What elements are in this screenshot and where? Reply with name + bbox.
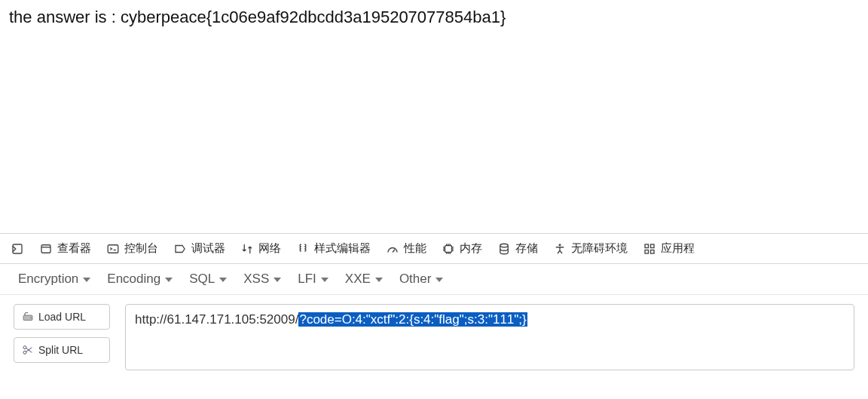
tab-console-label: 控制台 [124,241,158,256]
svg-rect-3 [445,245,452,252]
load-url-label: Load URL [38,311,86,323]
network-icon [240,242,254,256]
chevron-down-icon [436,278,443,282]
tab-accessibility-label: 无障碍环境 [571,241,628,256]
menu-xss[interactable]: XSS [243,272,281,287]
svg-rect-6 [645,244,649,248]
split-url-icon [22,344,34,356]
devtools-panel: 查看器 控制台 调试器 网络 样式编辑器 [0,233,868,384]
tab-storage[interactable]: 存储 [494,234,541,263]
menu-lfi-label: LFI [298,272,316,287]
svg-point-12 [23,346,26,349]
svg-rect-7 [651,244,655,248]
application-icon [643,242,656,256]
menu-other-label: Other [399,272,432,287]
memory-icon [442,242,455,256]
tab-network-label: 网络 [258,241,281,256]
tab-styleeditor[interactable]: 样式编辑器 [293,234,374,263]
tab-inspector-label: 查看器 [57,241,91,256]
tab-debugger-label: 调试器 [191,241,225,256]
tab-console[interactable]: 控制台 [103,234,161,263]
menu-xxe[interactable]: XXE [345,272,383,287]
svg-rect-9 [651,250,655,253]
tab-performance-label: 性能 [404,241,426,256]
accessibility-icon [553,242,567,256]
debugger-icon [173,242,187,256]
styleeditor-icon [296,242,310,256]
tab-performance[interactable]: 性能 [383,234,429,263]
tab-application[interactable]: 应用程 [640,234,698,263]
menu-sql[interactable]: SQL [189,272,227,287]
menu-xxe-label: XXE [345,272,371,287]
tab-memory-label: 内存 [460,241,482,256]
menu-encryption-label: Encryption [18,272,78,287]
svg-point-13 [23,351,26,354]
chevron-down-icon [274,278,281,282]
hackbar-body: Load URL Split URL http://61.147.171.105… [0,295,868,384]
svg-rect-1 [41,244,50,253]
tab-application-label: 应用程 [661,241,695,256]
tab-storage-label: 存储 [515,241,538,256]
performance-icon [386,242,399,256]
tab-accessibility[interactable]: 无障碍环境 [550,234,631,263]
hackbar-button-column: Load URL Split URL [14,304,110,370]
menu-sql-label: SQL [189,272,215,287]
hackbar-toolbar: Encryption Encoding SQL XSS LFI XXE Othe… [0,264,868,295]
svg-rect-2 [108,244,118,253]
tab-network[interactable]: 网络 [237,234,284,263]
menu-encoding[interactable]: Encoding [107,272,173,287]
url-prefix: http://61.147.171.105:52009/ [135,312,298,327]
svg-point-5 [559,244,561,246]
console-icon [106,242,120,256]
svg-point-4 [500,244,509,247]
svg-rect-8 [645,250,649,253]
menu-encoding-label: Encoding [107,272,160,287]
tab-debugger[interactable]: 调试器 [170,234,228,263]
menu-lfi[interactable]: LFI [298,272,329,287]
storage-icon [497,242,511,256]
url-input[interactable]: http://61.147.171.105:52009/?code=O:4:"x… [125,304,854,370]
devtools-dock-button[interactable] [8,234,27,263]
tab-memory[interactable]: 内存 [439,234,485,263]
url-selected-text: ?code=O:4:"xctf":2:{s:4:"flag";s:3:"111"… [298,312,527,327]
devtools-tabstrip: 查看器 控制台 调试器 网络 样式编辑器 [0,234,868,264]
split-url-label: Split URL [38,344,83,356]
page-answer-text: the answer is : cyberpeace{1c06e9af92dbc… [0,0,868,35]
chevron-down-icon [375,278,383,282]
load-url-icon [22,311,34,323]
svg-point-11 [30,317,32,318]
menu-other[interactable]: Other [399,272,444,287]
chevron-down-icon [321,278,329,282]
dock-icon [11,242,24,256]
chevron-down-icon [219,278,227,282]
menu-xss-label: XSS [243,272,269,287]
svg-rect-0 [13,244,22,253]
chevron-down-icon [165,278,173,282]
tab-styleeditor-label: 样式编辑器 [314,241,371,256]
load-url-button[interactable]: Load URL [14,304,110,330]
chevron-down-icon [83,278,90,282]
menu-encryption[interactable]: Encryption [18,272,90,287]
tab-inspector[interactable]: 查看器 [36,234,94,263]
inspector-icon [39,242,53,256]
split-url-button[interactable]: Split URL [14,337,110,363]
